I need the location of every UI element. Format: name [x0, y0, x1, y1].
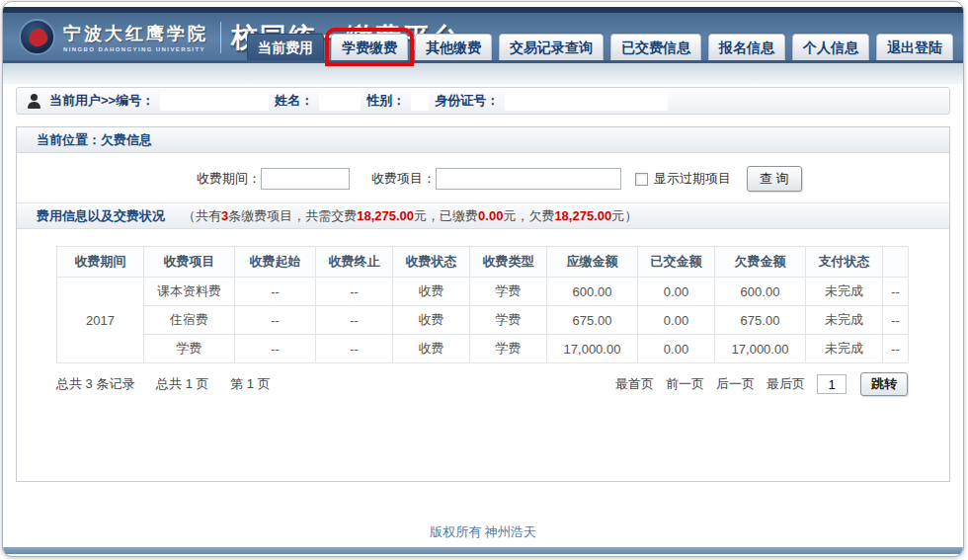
summary-seg-open: （共有	[183, 208, 221, 223]
page-number-input[interactable]	[817, 374, 847, 394]
tab-tuition-payment[interactable]: 学费缴费	[331, 34, 408, 60]
tab-personal-info[interactable]: 个人信息	[792, 34, 869, 60]
cell-item: 住宿费	[144, 306, 235, 335]
fee-table: 收费期间收费项目收费起始收费终止收费状态收费类型应缴金额已交金额欠费金额支付状态…	[56, 246, 909, 363]
summary-seg-yuan1: 元，已缴费	[414, 208, 478, 223]
user-id-label: 当前用户>>编号：	[49, 92, 154, 110]
user-name-label: 姓名：	[275, 92, 313, 110]
pagination-bar: 总共 3 条记录 总共 1 页 第 1 页 最首页 前一页 后一页 最后页 跳转	[56, 372, 908, 396]
column-header: 收费终止	[316, 247, 393, 278]
cell-pay_status: 未完成	[806, 306, 883, 335]
search-form: 收费期间： 收费项目： 显示过期项目 查 询	[17, 153, 949, 202]
university-name-block: 宁波大红鹰学院 NINGBO DAHONGYING UNIVERSITY	[63, 22, 208, 52]
cell-type: 学费	[470, 335, 547, 363]
column-header: 收费状态	[393, 247, 470, 278]
fee-period-input[interactable]	[261, 168, 350, 190]
cell-status: 收费	[393, 335, 470, 363]
cell-owed: 600.00	[715, 278, 806, 306]
cell-status: 收费	[393, 306, 470, 335]
tab-paid-info[interactable]: 已交费信息	[610, 34, 701, 60]
cell-owed: 17,000.00	[715, 335, 806, 363]
cell-end: --	[316, 306, 393, 335]
cell-paid: 0.00	[638, 306, 715, 335]
breadcrumb: 当前位置：欠费信息	[17, 127, 949, 153]
cell-due: 17,000.00	[547, 335, 638, 363]
bottom-bar	[3, 547, 963, 554]
header-tabs: 当前费用学费缴费其他缴费交易记录查询已交费信息报名信息个人信息退出登陆	[247, 34, 953, 60]
cell-pay_status: 未完成	[806, 278, 883, 306]
cell-status: 收费	[393, 278, 470, 306]
cell-start: --	[235, 335, 316, 363]
table-row: 住宿费----收费学费675.000.00675.00未完成--	[57, 306, 909, 335]
fee-table-body: 2017课本资料费----收费学费600.000.00600.00未完成--住宿…	[57, 278, 909, 363]
user-gender-label: 性别：	[366, 92, 405, 110]
cell-paid: 0.00	[638, 335, 715, 363]
total-records: 总共 3 条记录	[56, 376, 134, 391]
column-header: 应缴金额	[547, 247, 638, 278]
user-idcard-value	[505, 92, 668, 111]
column-header: 收费期间	[57, 247, 144, 278]
current-user-bar: 当前用户>>编号： 姓名： 性别： 身份证号：	[16, 87, 950, 115]
user-idcard-label: 身份证号：	[435, 92, 499, 110]
last-page-link[interactable]: 最后页	[766, 375, 805, 393]
user-id-value	[160, 92, 269, 111]
tab-current-fees[interactable]: 当前费用	[247, 34, 324, 60]
cell-due: 675.00	[547, 306, 638, 335]
cell-op: --	[883, 278, 909, 306]
cell-pay_status: 未完成	[806, 335, 883, 363]
cell-type: 学费	[470, 306, 547, 335]
summary-total-paid: 0.00	[478, 208, 503, 223]
fee-table-header-row: 收费期间收费项目收费起始收费终止收费状态收费类型应缴金额已交金额欠费金额支付状态	[57, 247, 909, 278]
brand-divider	[220, 22, 221, 53]
user-gender-value	[411, 92, 429, 111]
prev-page-link[interactable]: 前一页	[666, 375, 704, 393]
tab-transaction-history[interactable]: 交易记录查询	[499, 34, 604, 60]
table-row: 2017课本资料费----收费学费600.000.00600.00未完成--	[57, 278, 909, 306]
cell-end: --	[316, 335, 393, 363]
tab-logout[interactable]: 退出登陆	[876, 34, 953, 60]
column-header: 已交金额	[638, 247, 715, 278]
fee-summary-title: 费用信息以及交费状况	[37, 208, 165, 223]
show-expired-label: 显示过期项目	[654, 170, 731, 188]
tab-registration-info[interactable]: 报名信息	[708, 34, 785, 60]
cell-op: --	[883, 306, 909, 335]
university-logo-icon	[19, 19, 55, 55]
user-name-value	[319, 92, 361, 111]
cell-start: --	[235, 278, 316, 306]
fee-item-input[interactable]	[436, 168, 621, 190]
cell-period: 2017	[57, 278, 144, 363]
fee-summary-bar: 费用信息以及交费状况（共有3条缴费项目，共需交费18,275.00元，已缴费0.…	[17, 202, 949, 229]
summary-total-owed: 18,275.00	[554, 208, 611, 223]
copyright-text: 版权所有 神州浩天	[3, 523, 963, 541]
summary-total-due: 18,275.00	[357, 208, 414, 223]
column-header: 欠费金额	[715, 247, 806, 278]
cell-end: --	[316, 278, 393, 306]
user-icon	[27, 94, 41, 109]
cell-op: --	[883, 335, 909, 363]
fee-item-label: 收费项目：	[371, 170, 436, 188]
university-name-en: NINGBO DAHONGYING UNIVERSITY	[63, 46, 208, 52]
total-pages: 总共 1 页	[156, 376, 208, 391]
query-button[interactable]: 查 询	[747, 166, 802, 192]
column-header	[883, 247, 909, 278]
fee-period-label: 收费期间：	[197, 170, 261, 188]
university-name-cn: 宁波大红鹰学院	[63, 22, 208, 45]
next-page-link[interactable]: 后一页	[716, 375, 755, 393]
jump-button[interactable]: 跳转	[860, 372, 908, 396]
summary-seg-close: 元）	[611, 208, 637, 223]
cell-owed: 675.00	[715, 306, 806, 335]
table-row: 学费----收费学费17,000.000.0017,000.00未完成--	[57, 335, 909, 363]
cell-item: 课本资料费	[144, 278, 235, 306]
pagination-summary: 总共 3 条记录 总共 1 页 第 1 页	[56, 375, 288, 393]
column-header: 收费起始	[235, 247, 316, 278]
tab-other-payment[interactable]: 其他缴费	[415, 34, 492, 60]
first-page-link[interactable]: 最首页	[615, 375, 654, 393]
current-page: 第 1 页	[230, 376, 270, 391]
column-header: 支付状态	[806, 247, 883, 278]
show-expired-checkbox[interactable]	[635, 173, 648, 186]
summary-seg-items: 条缴费项目，共需交费	[228, 208, 357, 223]
cell-start: --	[235, 306, 316, 335]
header: 宁波大红鹰学院 NINGBO DAHONGYING UNIVERSITY 校园统…	[3, 7, 963, 63]
cell-due: 600.00	[547, 278, 638, 306]
cell-item: 学费	[144, 335, 235, 363]
